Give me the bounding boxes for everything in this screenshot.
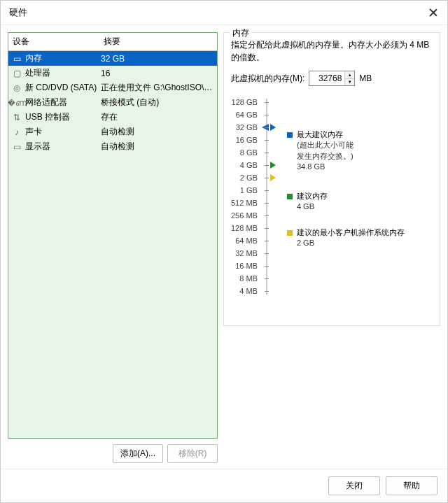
- square-green-icon: [287, 194, 293, 199]
- cpu-icon: ▢: [11, 69, 22, 78]
- dialog-footer: 关闭 帮助: [1, 469, 447, 502]
- slider-tick: [265, 165, 269, 166]
- device-summary: 自动检测: [101, 126, 214, 138]
- dialog-body: 设备 摘要 ▭ 内存 32 GB ▢ 处理器 16 ◎: [1, 25, 447, 469]
- memory-icon: ▭: [11, 54, 22, 64]
- device-table-header: 设备 摘要: [8, 33, 217, 51]
- legend-column: 最大建议内存 (超出此大小可能 发生内存交换。) 34.8 GB 建议内存 4 …: [274, 96, 433, 297]
- slider-tick: [265, 115, 269, 115]
- tick-label: 32 GB: [236, 121, 258, 134]
- slider-tick: [265, 178, 269, 178]
- device-row-cpu[interactable]: ▢ 处理器 16: [8, 66, 217, 80]
- memory-legend: 内存: [230, 27, 252, 39]
- slider-tick: [265, 228, 269, 229]
- tick-label: 8 MB: [239, 272, 258, 285]
- tick-label: 64 GB: [236, 108, 258, 121]
- memory-input[interactable]: [309, 71, 344, 85]
- slider-tick: [265, 102, 269, 103]
- memory-unit: MB: [359, 73, 372, 83]
- slider-tick: [265, 266, 269, 267]
- legend-max-note2: 发生内存交换。): [297, 151, 354, 162]
- tick-labels: 128 GB 64 GB 32 GB 16 GB 8 GB 4 GB 2 GB …: [231, 96, 262, 297]
- legend-min: 建议的最小客户机操作系统内存 2 GB: [287, 227, 405, 249]
- tick-label: 256 MB: [231, 209, 258, 222]
- spin-down-icon[interactable]: ▼: [345, 79, 354, 86]
- square-blue-icon: [287, 132, 293, 138]
- device-name: 新 CD/DVD (SATA): [25, 82, 101, 94]
- tick-label: 1 GB: [240, 184, 258, 197]
- tick-label: 4 MB: [239, 285, 258, 297]
- slider-tick: [265, 140, 269, 141]
- device-row-network[interactable]: �ണ 网络适配器 桥接模式 (自动): [8, 95, 217, 110]
- spin-up-icon[interactable]: ▲: [345, 71, 354, 79]
- tick-label: 128 GB: [232, 96, 258, 108]
- device-summary: 16: [101, 69, 214, 78]
- slider-tick: [265, 215, 269, 216]
- device-summary: 存在: [101, 111, 214, 123]
- titlebar: 硬件: [1, 1, 447, 25]
- left-panel: 设备 摘要 ▭ 内存 32 GB ▢ 处理器 16 ◎: [8, 32, 218, 466]
- add-button[interactable]: 添加(A)...: [113, 444, 163, 463]
- device-summary: 32 GB: [101, 54, 214, 64]
- tick-label: 2 GB: [240, 171, 258, 184]
- legend-rec: 建议内存 4 GB: [287, 191, 328, 213]
- hardware-dialog: 硬件 设备 摘要 ▭ 内存 32 GB ▢ 处理器: [0, 0, 448, 503]
- memory-slider[interactable]: [262, 96, 274, 297]
- close-icon[interactable]: [428, 7, 439, 18]
- network-icon: �ണ: [11, 98, 22, 108]
- memory-fieldset: 内存 指定分配给此虚拟机的内存量。内存大小必须为 4 MB 的倍数。 此虚拟机的…: [223, 32, 440, 326]
- tick-label: 4 GB: [240, 159, 258, 171]
- device-row-display[interactable]: ▭ 显示器 自动检测: [8, 139, 217, 154]
- legend-rec-value: 4 GB: [297, 201, 328, 212]
- legend-max: 最大建议内存 (超出此大小可能 发生内存交换。) 34.8 GB: [287, 129, 354, 173]
- remove-button: 移除(R): [167, 444, 218, 463]
- tick-label: 32 MB: [235, 247, 258, 260]
- slider-tick: [265, 203, 269, 204]
- device-summary: 自动检测: [101, 141, 214, 153]
- device-name: 处理器: [25, 67, 101, 79]
- cd-icon: ◎: [11, 83, 22, 93]
- memory-scale: 128 GB 64 GB 32 GB 16 GB 8 GB 4 GB 2 GB …: [231, 96, 433, 297]
- header-device: 设备: [8, 33, 99, 50]
- tick-label: 64 MB: [235, 234, 258, 247]
- legend-max-label: 最大建议内存: [297, 130, 343, 139]
- slider-tick: [265, 291, 269, 292]
- slider-tick: [265, 127, 269, 128]
- legend-min-label: 建议的最小客户机操作系统内存: [297, 228, 405, 236]
- slider-tick: [265, 190, 269, 191]
- memory-input-row: 此虚拟机的内存(M): ▲ ▼ MB: [231, 71, 433, 86]
- usb-icon: ⇅: [11, 113, 22, 122]
- device-row-usb[interactable]: ⇅ USB 控制器 存在: [8, 110, 217, 125]
- tick-label: 512 MB: [231, 197, 258, 209]
- device-row-cddvd[interactable]: ◎ 新 CD/DVD (SATA) 正在使用文件 G:\GhostISO\Ne.…: [8, 80, 217, 95]
- device-name: 网络适配器: [25, 97, 101, 108]
- slider-tick: [265, 153, 269, 153]
- device-name: USB 控制器: [25, 111, 101, 123]
- dialog-title: 硬件: [9, 6, 27, 19]
- close-button[interactable]: 关闭: [328, 476, 380, 495]
- memory-desc: 指定分配给此虚拟机的内存量。内存大小必须为 4 MB 的倍数。: [231, 38, 433, 64]
- legend-min-value: 2 GB: [297, 238, 405, 248]
- legend-rec-label: 建议内存: [297, 192, 328, 200]
- memory-spinbox[interactable]: ▲ ▼: [309, 71, 355, 86]
- memory-input-label: 此虚拟机的内存(M):: [231, 73, 304, 85]
- tick-label: 128 MB: [231, 222, 258, 234]
- left-buttons: 添加(A)... 移除(R): [8, 439, 218, 466]
- help-button[interactable]: 帮助: [386, 476, 438, 495]
- slider-tick: [265, 241, 269, 241]
- spin-buttons: ▲ ▼: [344, 71, 354, 85]
- sound-icon: ♪: [11, 127, 22, 137]
- device-summary: 正在使用文件 G:\GhostISO\Ne...: [101, 82, 214, 94]
- legend-max-note1: (超出此大小可能: [297, 140, 354, 150]
- tick-label: 8 GB: [240, 146, 258, 159]
- slider-tick: [265, 253, 269, 254]
- device-rows: ▭ 内存 32 GB ▢ 处理器 16 ◎ 新 CD/DVD (SATA) 正在…: [8, 51, 217, 438]
- tick-label: 16 GB: [236, 134, 258, 146]
- device-row-sound[interactable]: ♪ 声卡 自动检测: [8, 125, 217, 139]
- device-name: 显示器: [25, 141, 101, 153]
- device-name: 内存: [25, 52, 101, 64]
- device-table: 设备 摘要 ▭ 内存 32 GB ▢ 处理器 16 ◎: [8, 32, 218, 439]
- slider-tick: [265, 278, 269, 279]
- device-row-memory[interactable]: ▭ 内存 32 GB: [8, 51, 217, 66]
- legend-max-value: 34.8 GB: [297, 162, 354, 172]
